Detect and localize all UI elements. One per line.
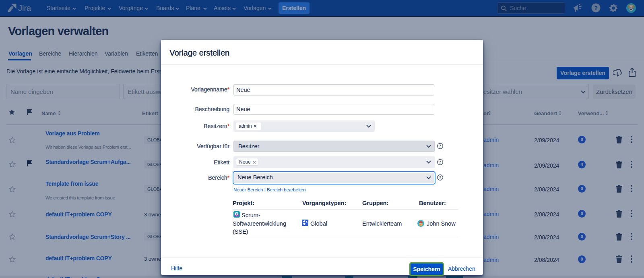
svg-text:?: ? xyxy=(439,175,441,180)
svg-text:?: ? xyxy=(439,143,441,148)
svg-text:?: ? xyxy=(439,160,441,164)
